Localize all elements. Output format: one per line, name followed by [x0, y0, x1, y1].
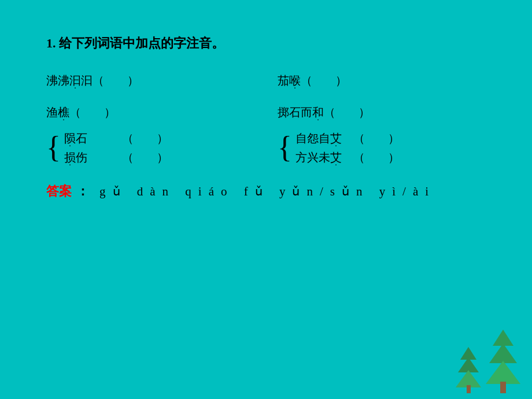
- vocab-entry-qiehou: 茄喉 （ ）: [278, 73, 486, 88]
- dotted-char-1: 汩: [69, 73, 81, 88]
- bracket-entry-ziyuan1: 自怨自艾 （ ）: [295, 131, 400, 146]
- bracket-groups-row: { 陨石 （ ） 损伤 （ ） {: [46, 131, 486, 165]
- word-feifeiguigu: 沸沸汩汩: [46, 73, 93, 88]
- tree-trunk-large: [500, 382, 506, 393]
- col-right: 茄喉 （ ） 掷石而和 （ ）: [278, 73, 486, 136]
- question-number: 1.: [46, 36, 56, 50]
- paren-2: （ ）: [69, 105, 116, 120]
- vocab-entry-yuqiao: 渔樵 （ ）: [46, 105, 254, 120]
- paren-5: （ ）: [122, 131, 168, 146]
- paren-4: （ ）: [324, 105, 370, 120]
- word-sunshang: 损伤: [64, 150, 122, 165]
- bracket-entry-sunshang: 损伤 （ ）: [64, 150, 168, 165]
- vocab-columns: 沸沸汩汩 （ ） 渔樵 （ ） 茄喉 （ ）: [46, 73, 486, 136]
- word-yunshi: 陨石: [64, 131, 122, 146]
- tree-trunk-small: [467, 385, 471, 393]
- answer-label: 答案: [46, 183, 72, 200]
- dotted-char-8: 艾: [330, 150, 342, 165]
- paren-1: （ ）: [93, 73, 139, 88]
- vocab-entry-zhishi: 掷石而和 （ ）: [278, 105, 486, 120]
- dotted-char-3: 喉: [289, 73, 301, 88]
- dotted-char-7: 艾: [330, 131, 342, 146]
- word-fangxingweiwei: 方兴未艾: [295, 150, 353, 165]
- word-zhishi: 掷石而和: [278, 105, 324, 120]
- paren-8: （ ）: [353, 150, 400, 165]
- bracket-col-left: { 陨石 （ ） 损伤 （ ）: [46, 131, 254, 165]
- tree-top-large-3: [486, 361, 520, 384]
- answer-colon: ：: [76, 183, 89, 200]
- word-yuqiao: 渔樵: [46, 105, 69, 120]
- dotted-char-5: 陨: [64, 131, 76, 146]
- bracket-entries-left: 陨石 （ ） 损伤 （ ）: [64, 131, 168, 165]
- tree-small: [456, 347, 481, 393]
- answer-text: gǔ dàn qiáo fǔ yǔn/sǔn yì/ài: [99, 184, 435, 199]
- question-title: 1. 给下列词语中加点的字注音。: [46, 35, 486, 52]
- main-content: 1. 给下列词语中加点的字注音。 沸沸汩汩 （ ） 渔樵 （ ）: [0, 0, 532, 223]
- bracket-entry-fangxing: 方兴未艾 （ ）: [295, 150, 400, 165]
- dotted-char-6: 损: [64, 150, 76, 165]
- tree-large: [486, 330, 520, 393]
- bracket-entries-right: 自怨自艾 （ ） 方兴未艾 （ ）: [295, 131, 400, 165]
- paren-7: （ ）: [353, 131, 400, 146]
- word-ziyuanziai: 自怨自艾: [295, 131, 353, 146]
- right-bracket-symbol: {: [278, 131, 292, 164]
- paren-3: （ ）: [301, 73, 347, 88]
- tree-top-large-2: [489, 343, 517, 363]
- word-qiehou: 茄喉: [278, 73, 301, 88]
- trees-container: [456, 330, 520, 393]
- dotted-char-2: 樵: [58, 105, 69, 120]
- left-bracket-symbol: {: [46, 131, 61, 164]
- answer-section: 答案 ： gǔ dàn qiáo fǔ yǔn/sǔn yì/ài: [46, 183, 486, 200]
- col-left: 沸沸汩汩 （ ） 渔樵 （ ）: [46, 73, 254, 136]
- bracket-col-right: { 自怨自艾 （ ） 方兴未艾 （ ）: [278, 131, 486, 165]
- dotted-char-4: 和: [312, 105, 324, 120]
- paren-6: （ ）: [122, 150, 168, 165]
- question-text: 给下列词语中加点的字注音。: [59, 36, 224, 50]
- bracket-entry-yunshi: 陨石 （ ）: [64, 131, 168, 146]
- vocab-entry-feifeiguigu: 沸沸汩汩 （ ）: [46, 73, 254, 88]
